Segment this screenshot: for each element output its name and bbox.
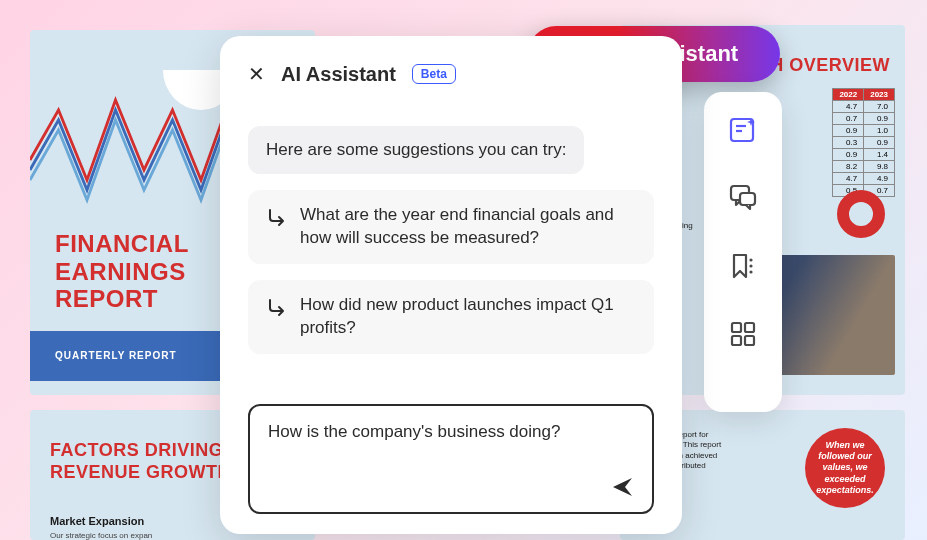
quote-text: When we followed our values, we exceeded…	[815, 440, 875, 496]
bookmark-icon	[728, 251, 758, 281]
svg-rect-12	[745, 323, 754, 332]
send-button[interactable]	[610, 474, 636, 500]
ai-assistant-panel: ✕ AI Assistant Beta Here are some sugges…	[220, 36, 682, 534]
beta-badge: Beta	[412, 64, 456, 84]
quarterly-label: QUARTERLY REPORT	[55, 350, 177, 361]
suggestion-2-text: How did new product launches impact Q1 p…	[300, 294, 636, 340]
panel-title: AI Assistant	[281, 63, 396, 86]
svg-point-9	[749, 264, 752, 267]
suggestion-1-text: What are the year end financial goals an…	[300, 204, 636, 250]
svg-rect-11	[732, 323, 741, 332]
panel-header: ✕ AI Assistant Beta	[248, 62, 654, 86]
reply-arrow-icon	[266, 296, 288, 322]
suggestions-intro: Here are some suggestions you can try:	[248, 126, 584, 174]
donut-graphic	[837, 190, 885, 238]
reply-arrow-icon	[266, 206, 288, 232]
svg-rect-13	[732, 336, 741, 345]
close-icon[interactable]: ✕	[248, 62, 265, 86]
toolbar-comment[interactable]	[725, 180, 761, 216]
grid-icon	[728, 319, 758, 349]
svg-rect-7	[740, 193, 755, 205]
suggestion-1[interactable]: What are the year end financial goals an…	[248, 190, 654, 264]
chat-input-box[interactable]: How is the company's business doing?	[248, 404, 654, 514]
quote-circle: When we followed our values, we exceeded…	[805, 428, 885, 508]
toolbar-bookmark[interactable]	[725, 248, 761, 284]
toolbar	[704, 92, 782, 412]
comment-icon	[728, 183, 758, 213]
chat-input-text[interactable]: How is the company's business doing?	[268, 422, 636, 474]
toolbar-summary[interactable]	[725, 112, 761, 148]
svg-rect-14	[745, 336, 754, 345]
svg-point-8	[749, 258, 752, 261]
svg-point-10	[749, 270, 752, 273]
toolbar-grid[interactable]	[725, 316, 761, 352]
send-icon	[610, 474, 636, 500]
summary-icon	[728, 115, 758, 145]
overview-table: 202220234.77.00.70.90.91.00.30.90.91.48.…	[832, 88, 895, 197]
suggestion-2[interactable]: How did new product launches impact Q1 p…	[248, 280, 654, 354]
